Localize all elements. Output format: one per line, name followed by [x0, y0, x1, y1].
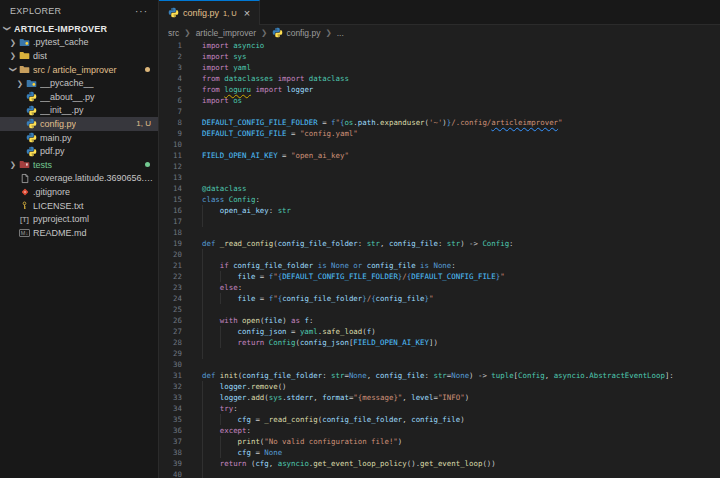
code-line[interactable]: 36 except: [159, 425, 720, 436]
sidebar-item-pdf-py[interactable]: pdf.py [0, 144, 158, 158]
code-text: from loguru import logger [202, 84, 313, 95]
line-number: 13 [159, 172, 182, 183]
chevron-right-icon[interactable]: ❯ [8, 38, 18, 47]
code-line[interactable]: 12 [159, 161, 720, 172]
code-line[interactable]: 31def init(config_file_folder: str=None,… [159, 370, 720, 381]
breadcrumb-separator-icon: ❯ [261, 28, 267, 37]
code-line[interactable]: 8DEFAULT_CONFIG_FILE_FOLDER = f"{os.path… [159, 117, 720, 128]
line-number: 18 [159, 227, 182, 238]
git-status-badge: 1, U [136, 119, 158, 128]
code-line[interactable]: 40 [159, 469, 720, 478]
code-line[interactable]: 22 file = f"{DEFAULT_CONFIG_FILE_FOLDER}… [159, 271, 720, 282]
code-line[interactable]: 19def _read_config(config_file_folder: s… [159, 238, 720, 249]
breadcrumb-item[interactable]: src [168, 28, 179, 38]
code-line[interactable]: 17 [159, 216, 720, 227]
code-line[interactable]: 28 return Config(config_json[FIELD_OPEN_… [159, 337, 720, 348]
code-line[interactable]: 18 [159, 227, 720, 238]
line-number: 16 [159, 205, 182, 216]
code-line[interactable]: 10 [159, 139, 720, 150]
code-line[interactable]: 37 print("No valid configuration file!") [159, 436, 720, 447]
python-icon [168, 7, 179, 20]
sidebar-item-label: pdf.py [40, 146, 65, 156]
code-line[interactable]: 33 logger.add(sys.stderr, format="{messa… [159, 392, 720, 403]
code-line[interactable]: 20 [159, 249, 720, 260]
indent-guide [202, 304, 203, 315]
sidebar-item-main-py[interactable]: main.py [0, 131, 158, 145]
code-line[interactable]: 5from loguru import logger [159, 84, 720, 95]
code-line[interactable]: 24 file = f"{config_file_folder}/{config… [159, 293, 720, 304]
code-line[interactable]: 14@dataclass [159, 183, 720, 194]
sidebar-item-pycache[interactable]: ❯__pycache__ [0, 76, 158, 90]
code-text: FIELD_OPEN_AI_KEY = "open_ai_key" [202, 150, 349, 161]
close-icon[interactable]: × [244, 7, 250, 19]
python-folder-icon [25, 78, 38, 89]
code-area[interactable]: 1import asyncio2import sys3import yaml4f… [159, 40, 720, 478]
sidebar-item-about-py[interactable]: __about__.py [0, 90, 158, 104]
sidebar-item-article-improver[interactable]: ❯ARTICLE-IMPROVER [0, 22, 158, 36]
git-icon [18, 186, 31, 197]
line-number: 29 [159, 348, 182, 359]
sidebar-item-license-txt[interactable]: LICENSE.txt [0, 199, 158, 213]
code-line[interactable]: 3import yaml [159, 62, 720, 73]
sidebar-item-dist[interactable]: ❯dist [0, 49, 158, 63]
chevron-right-icon[interactable]: ❯ [8, 160, 18, 169]
code-line[interactable]: 13 [159, 172, 720, 183]
sidebar-item-src-article-improver[interactable]: ❯src / article_improver [0, 63, 158, 77]
sidebar-item-pyproject-toml[interactable]: [T]pyproject.toml [0, 212, 158, 226]
sidebar-item-tests[interactable]: ❯tests [0, 158, 158, 172]
code-line[interactable]: 2import sys [159, 51, 720, 62]
code-line[interactable]: 16 open_ai_key: str [159, 205, 720, 216]
more-actions-icon[interactable]: ··· [135, 6, 148, 17]
breadcrumb-item[interactable]: article_improver [196, 28, 256, 38]
chevron-right-icon[interactable]: ❯ [15, 79, 25, 88]
sidebar-item-gitignore[interactable]: .gitignore [0, 185, 158, 199]
code-text: if config_file_folder is None or config_… [202, 260, 456, 271]
code-line[interactable]: 9DEFAULT_CONFIG_FILE = "config.yaml" [159, 128, 720, 139]
code-line[interactable]: 4from dataclasses import dataclass [159, 73, 720, 84]
sidebar-item-readme-md[interactable]: M↓README.md [0, 226, 158, 240]
code-line[interactable]: 35 cfg = _read_config(config_file_folder… [159, 414, 720, 425]
code-line[interactable]: 26 with open(file) as f: [159, 315, 720, 326]
chevron-down-icon[interactable]: ❯ [9, 65, 18, 75]
line-number: 19 [159, 238, 182, 249]
explorer-title: EXPLORER [10, 6, 61, 16]
markdown-icon: M↓ [18, 227, 31, 238]
indent-guide [202, 249, 203, 260]
python-icon [25, 91, 38, 102]
code-line[interactable]: 23 else: [159, 282, 720, 293]
code-line[interactable]: 1import asyncio [159, 40, 720, 51]
sidebar-item-init-py[interactable]: __init__.py [0, 104, 158, 118]
sidebar-item-label: LICENSE.txt [33, 201, 84, 211]
code-line[interactable]: 32 logger.remove() [159, 381, 720, 392]
breadcrumb-item[interactable]: ... [337, 28, 344, 38]
code-line[interactable]: 7 [159, 106, 720, 117]
chevron-right-icon[interactable]: ❯ [8, 51, 18, 60]
code-line[interactable]: 6import os [159, 95, 720, 106]
code-line[interactable]: 11FIELD_OPEN_AI_KEY = "open_ai_key" [159, 150, 720, 161]
sidebar-item-coverage-latitude-3690656-xhoa[interactable]: .coverage.latitude.3690656.XHOa... [0, 172, 158, 186]
line-number: 38 [159, 447, 182, 458]
chevron-down-icon[interactable]: ❯ [3, 24, 12, 34]
code-line[interactable]: 34 try: [159, 403, 720, 414]
line-number: 3 [159, 62, 182, 73]
code-text: open_ai_key: str [202, 205, 291, 216]
key-icon [18, 200, 31, 211]
vscode-window: EXPLORER ··· ❯ARTICLE-IMPROVER❯.pytest_c… [0, 0, 720, 478]
code-line[interactable]: 27 config_json = yaml.safe_load(f) [159, 326, 720, 337]
code-line[interactable]: 29 [159, 348, 720, 359]
code-line[interactable]: 25 [159, 304, 720, 315]
code-line[interactable]: 38 cfg = None [159, 447, 720, 458]
folder-test-icon [18, 159, 31, 170]
code-line[interactable]: 15class Config: [159, 194, 720, 205]
code-line[interactable]: 30 [159, 359, 720, 370]
line-number: 9 [159, 128, 182, 139]
sidebar-item-config-py[interactable]: config.py1, U [0, 117, 158, 131]
tab-status-badge: 1, U [223, 9, 237, 18]
sidebar-item-pytest-cache[interactable]: ❯.pytest_cache [0, 36, 158, 50]
code-line[interactable]: 39 return (cfg, asyncio.get_event_loop_p… [159, 458, 720, 469]
code-line[interactable]: 21 if config_file_folder is None or conf… [159, 260, 720, 271]
tab-config-py[interactable]: config.py 1, U × [159, 0, 260, 25]
indent-guide [202, 216, 203, 227]
line-number: 35 [159, 414, 182, 425]
breadcrumb-item[interactable]: config.py [272, 27, 320, 38]
